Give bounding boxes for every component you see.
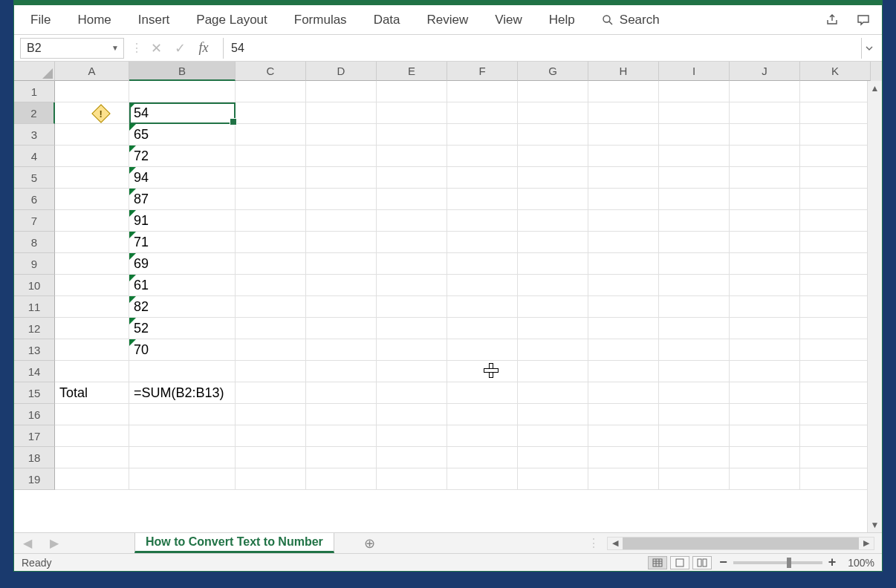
cell-h1[interactable] bbox=[588, 81, 659, 102]
cell-b6[interactable]: 87 bbox=[129, 189, 236, 210]
cell-j19[interactable] bbox=[730, 468, 800, 490]
cell-d4[interactable] bbox=[306, 146, 377, 167]
row-header-12[interactable]: 12 bbox=[14, 318, 55, 339]
cell-i3[interactable] bbox=[659, 124, 730, 146]
cell-f6[interactable] bbox=[447, 189, 518, 210]
cell-h17[interactable] bbox=[588, 425, 659, 447]
cell-h18[interactable] bbox=[588, 447, 659, 468]
cell-a17[interactable] bbox=[55, 425, 129, 447]
cell-e7[interactable] bbox=[377, 210, 447, 232]
cell-h10[interactable] bbox=[588, 275, 659, 296]
cell-j15[interactable] bbox=[730, 382, 800, 404]
cell-e14[interactable] bbox=[377, 361, 447, 382]
formula-expand-icon[interactable] bbox=[861, 38, 876, 59]
cell-j8[interactable] bbox=[730, 232, 800, 253]
cell-b18[interactable] bbox=[129, 447, 236, 468]
cell-b1[interactable] bbox=[129, 81, 236, 102]
cell-e4[interactable] bbox=[377, 146, 447, 167]
cell-k7[interactable] bbox=[800, 210, 871, 232]
cell-c8[interactable] bbox=[236, 232, 306, 253]
cell-c17[interactable] bbox=[236, 425, 306, 447]
cell-f12[interactable] bbox=[447, 318, 518, 339]
cell-h11[interactable] bbox=[588, 296, 659, 318]
cell-d16[interactable] bbox=[306, 404, 377, 425]
cell-j12[interactable] bbox=[730, 318, 800, 339]
cell-k2[interactable] bbox=[800, 102, 871, 124]
cell-j11[interactable] bbox=[730, 296, 800, 318]
cell-j3[interactable] bbox=[730, 124, 800, 146]
tab-view[interactable]: View bbox=[481, 5, 536, 34]
cell-a3[interactable] bbox=[55, 124, 129, 146]
cell-d15[interactable] bbox=[306, 382, 377, 404]
cell-j13[interactable] bbox=[730, 339, 800, 361]
cell-d10[interactable] bbox=[306, 275, 377, 296]
tab-formulas[interactable]: Formulas bbox=[281, 5, 360, 34]
cell-f1[interactable] bbox=[447, 81, 518, 102]
cell-i12[interactable] bbox=[659, 318, 730, 339]
col-header-c[interactable]: C bbox=[236, 62, 306, 81]
cell-i4[interactable] bbox=[659, 146, 730, 167]
col-header-f[interactable]: F bbox=[447, 62, 518, 81]
select-all-corner[interactable] bbox=[14, 62, 55, 81]
col-header-k[interactable]: K bbox=[800, 62, 871, 81]
row-header-18[interactable]: 18 bbox=[14, 447, 55, 468]
col-header-e[interactable]: E bbox=[377, 62, 447, 81]
cell-c11[interactable] bbox=[236, 296, 306, 318]
zoom-out-icon[interactable]: − bbox=[719, 555, 727, 570]
tab-insert[interactable]: Insert bbox=[125, 5, 184, 34]
cell-d5[interactable] bbox=[306, 167, 377, 189]
cell-c14[interactable] bbox=[236, 361, 306, 382]
cell-b10[interactable]: 61 bbox=[129, 275, 236, 296]
cell-h4[interactable] bbox=[588, 146, 659, 167]
cell-f5[interactable] bbox=[447, 167, 518, 189]
cell-b2[interactable]: 54 bbox=[129, 102, 236, 124]
cell-g16[interactable] bbox=[518, 404, 588, 425]
cell-j16[interactable] bbox=[730, 404, 800, 425]
zoom-slider[interactable] bbox=[733, 561, 822, 564]
cell-k19[interactable] bbox=[800, 468, 871, 490]
row-header-11[interactable]: 11 bbox=[14, 296, 55, 318]
cell-k15[interactable] bbox=[800, 382, 871, 404]
cell-g8[interactable] bbox=[518, 232, 588, 253]
cell-c4[interactable] bbox=[236, 146, 306, 167]
cell-j14[interactable] bbox=[730, 361, 800, 382]
cell-k1[interactable] bbox=[800, 81, 871, 102]
cell-a18[interactable] bbox=[55, 447, 129, 468]
row-header-1[interactable]: 1 bbox=[14, 81, 55, 102]
cell-d19[interactable] bbox=[306, 468, 377, 490]
scroll-up-icon[interactable]: ▲ bbox=[868, 81, 882, 96]
cell-e9[interactable] bbox=[377, 253, 447, 275]
cell-f13[interactable] bbox=[447, 339, 518, 361]
cell-f4[interactable] bbox=[447, 146, 518, 167]
cell-c5[interactable] bbox=[236, 167, 306, 189]
cell-j1[interactable] bbox=[730, 81, 800, 102]
cell-b8[interactable]: 71 bbox=[129, 232, 236, 253]
sheet-nav-prev-icon[interactable]: ◀ bbox=[14, 536, 41, 550]
row-header-15[interactable]: 15 bbox=[14, 382, 55, 404]
cell-g17[interactable] bbox=[518, 425, 588, 447]
row-header-13[interactable]: 13 bbox=[14, 339, 55, 361]
cell-e5[interactable] bbox=[377, 167, 447, 189]
cell-j2[interactable] bbox=[730, 102, 800, 124]
cell-g12[interactable] bbox=[518, 318, 588, 339]
cell-d8[interactable] bbox=[306, 232, 377, 253]
cell-h3[interactable] bbox=[588, 124, 659, 146]
dotted-handle[interactable]: ⋮ bbox=[588, 536, 600, 550]
horizontal-scrollbar[interactable]: ◀ ▶ bbox=[607, 537, 874, 550]
cell-c13[interactable] bbox=[236, 339, 306, 361]
cell-k4[interactable] bbox=[800, 146, 871, 167]
cell-j5[interactable] bbox=[730, 167, 800, 189]
name-box[interactable]: B2 ▼ bbox=[20, 38, 124, 59]
cell-j6[interactable] bbox=[730, 189, 800, 210]
cell-h19[interactable] bbox=[588, 468, 659, 490]
cell-g11[interactable] bbox=[518, 296, 588, 318]
cell-a13[interactable] bbox=[55, 339, 129, 361]
cell-b5[interactable]: 94 bbox=[129, 167, 236, 189]
cell-i7[interactable] bbox=[659, 210, 730, 232]
cell-f9[interactable] bbox=[447, 253, 518, 275]
cell-h16[interactable] bbox=[588, 404, 659, 425]
sheet-nav-next-icon[interactable]: ▶ bbox=[41, 536, 68, 550]
scroll-down-icon[interactable]: ▼ bbox=[868, 517, 882, 532]
cell-k9[interactable] bbox=[800, 253, 871, 275]
cell-k6[interactable] bbox=[800, 189, 871, 210]
